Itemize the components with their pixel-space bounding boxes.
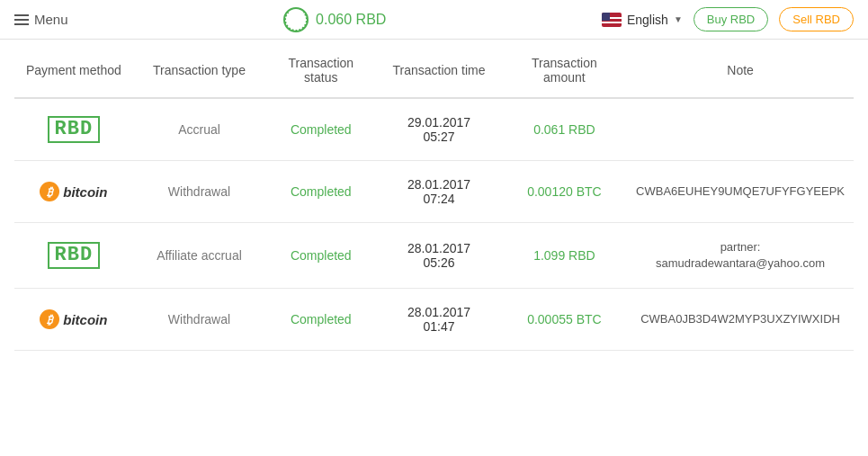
note-cell: [627, 98, 854, 161]
transaction-time-cell: 28.01.201705:26: [376, 223, 501, 289]
sell-rbd-button[interactable]: Sell RBD: [779, 7, 854, 31]
balance-value: 0.060 RBD: [316, 12, 386, 28]
table-row: ₿ bitcoin WithdrawalCompleted28.01.20170…: [14, 289, 854, 351]
col-header-transaction-time: Transaction time: [376, 40, 501, 98]
transaction-status-cell: Completed: [265, 289, 376, 351]
col-header-transaction-type: Transaction type: [133, 40, 266, 98]
bitcoin-circle-icon: ₿: [40, 182, 59, 201]
bitcoin-circle-icon: ₿: [40, 309, 59, 329]
transaction-amount-cell: 0.061 RBD: [502, 98, 627, 161]
payment-method-cell: ₿ bitcoin: [14, 161, 133, 223]
table-header-row: Payment method Transaction type Transact…: [14, 40, 854, 98]
transaction-time-cell: 29.01.201705:27: [376, 98, 501, 161]
col-header-payment-method: Payment method: [14, 40, 133, 98]
language-selector[interactable]: English ▼: [602, 13, 683, 27]
header: Menu 0.060 RBD English ▼ Buy RBD Sell RB…: [0, 0, 868, 40]
transaction-time-cell: 28.01.201707:24: [376, 161, 501, 223]
rbd-circle-icon: [283, 7, 309, 32]
table-row: RBDAffiliate accrualCompleted28.01.20170…: [14, 223, 854, 289]
note-cell: CWBA6EUHEY9UMQE7UFYFGYEEPK: [627, 161, 854, 223]
transaction-time-cell: 28.01.201701:47: [376, 289, 501, 351]
note-cell: partner: samudradewantara@yahoo.com: [627, 223, 854, 289]
note-cell: CWBA0JB3D4W2MYP3UXZYIWXIDH: [627, 289, 854, 351]
menu-button[interactable]: Menu: [14, 12, 68, 27]
table-row: RBDAccrualCompleted29.01.201705:270.061 …: [14, 98, 854, 161]
transaction-amount-cell: 0.00120 BTC: [502, 161, 627, 223]
bitcoin-label: bitcoin: [63, 184, 107, 200]
transaction-type-cell: Withdrawal: [133, 289, 266, 351]
transactions-table-container: Payment method Transaction type Transact…: [0, 40, 868, 351]
payment-method-cell: RBD: [14, 98, 133, 161]
language-label: English: [627, 13, 668, 27]
rbd-logo: RBD: [48, 116, 101, 143]
rbd-logo: RBD: [48, 242, 101, 269]
menu-label: Menu: [34, 12, 68, 27]
balance-display: 0.060 RBD: [283, 7, 386, 32]
bitcoin-label: bitcoin: [63, 312, 107, 327]
payment-method-cell: RBD: [14, 223, 133, 289]
transaction-type-cell: Affiliate accrual: [133, 223, 266, 289]
hamburger-icon: [14, 14, 29, 25]
payment-method-cell: ₿ bitcoin: [14, 289, 133, 351]
header-actions: English ▼ Buy RBD Sell RBD: [602, 7, 854, 31]
transaction-type-cell: Withdrawal: [133, 161, 266, 223]
flag-icon: [602, 13, 622, 27]
transaction-status-cell: Completed: [265, 223, 376, 289]
transaction-amount-cell: 1.099 RBD: [502, 223, 627, 289]
transaction-amount-cell: 0.00055 BTC: [502, 289, 627, 351]
col-header-transaction-amount: Transaction amount: [502, 40, 627, 98]
bitcoin-logo: ₿ bitcoin: [23, 182, 124, 201]
transaction-status-cell: Completed: [265, 161, 376, 223]
transaction-type-cell: Accrual: [133, 98, 266, 161]
transaction-status-cell: Completed: [265, 98, 376, 161]
transactions-table: Payment method Transaction type Transact…: [14, 40, 854, 351]
table-row: ₿ bitcoin WithdrawalCompleted28.01.20170…: [14, 161, 854, 223]
col-header-transaction-status: Transaction status: [265, 40, 376, 98]
chevron-down-icon: ▼: [674, 14, 683, 24]
buy-rbd-button[interactable]: Buy RBD: [694, 7, 768, 31]
col-header-note: Note: [627, 40, 854, 98]
bitcoin-logo: ₿ bitcoin: [23, 309, 124, 329]
